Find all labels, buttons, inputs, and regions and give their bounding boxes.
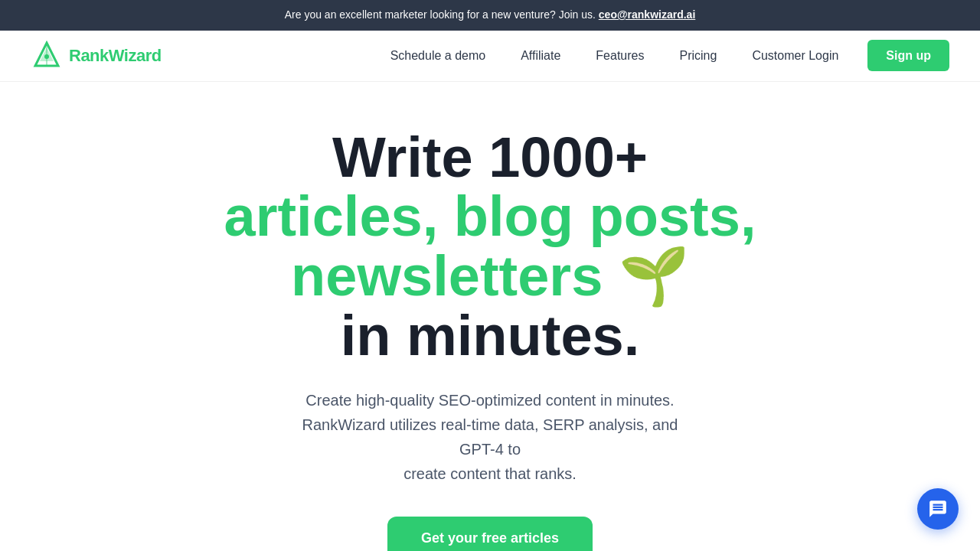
nav-customer-login[interactable]: Customer Login <box>738 43 852 68</box>
logo-text: RankWizard <box>69 46 162 66</box>
hero-subtitle: Create high-quality SEO-optimized conten… <box>291 388 689 486</box>
hero-title: Write 1000+ articles, blog posts, newsle… <box>224 128 756 366</box>
nav-features[interactable]: Features <box>582 43 658 68</box>
nav-links: Schedule a demo Affiliate Features Prici… <box>377 49 949 63</box>
banner-email-link[interactable]: ceo@rankwizard.ai <box>599 8 695 21</box>
hero-emoji: 🌱 <box>603 244 689 308</box>
chat-icon <box>928 499 948 519</box>
logo-link[interactable]: RankWizard <box>31 40 162 72</box>
banner-text: Are you an excellent marketer looking fo… <box>285 8 596 21</box>
logo-icon <box>31 40 63 72</box>
nav-pricing[interactable]: Pricing <box>665 43 730 68</box>
cta-button[interactable]: Get your free articles <box>387 517 593 551</box>
hero-section: Write 1000+ articles, blog posts, newsle… <box>145 82 835 551</box>
signup-button[interactable]: Sign up <box>867 40 949 71</box>
nav-affiliate[interactable]: Affiliate <box>507 43 574 68</box>
top-banner: Are you an excellent marketer looking fo… <box>0 0 980 31</box>
nav-schedule-demo[interactable]: Schedule a demo <box>377 43 500 68</box>
chat-widget-button[interactable] <box>917 488 959 530</box>
navigation: RankWizard Schedule a demo Affiliate Fea… <box>0 31 980 82</box>
